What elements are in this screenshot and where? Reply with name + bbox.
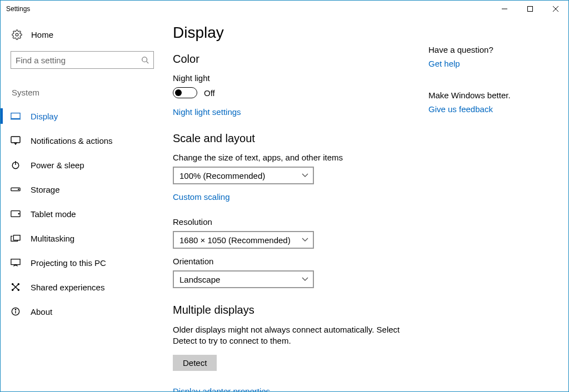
- about-icon: [11, 306, 21, 316]
- sidebar-item-tablet[interactable]: Tablet mode: [1, 202, 173, 226]
- svg-rect-9: [11, 137, 20, 143]
- projecting-icon: [11, 258, 21, 268]
- sidebar-item-about[interactable]: About: [1, 299, 173, 324]
- question-heading: Have a question?: [428, 45, 553, 54]
- orientation-value: Landscape: [179, 275, 220, 284]
- multi-desc: Older displays might not always connect …: [173, 324, 417, 347]
- sidebar-item-display[interactable]: Display: [1, 104, 173, 128]
- content: Home System Display: [1, 17, 568, 391]
- svg-point-26: [15, 309, 16, 310]
- improve-heading: Make Windows better.: [428, 91, 553, 100]
- night-light-toggle[interactable]: [173, 87, 197, 98]
- sidebar-item-label: Display: [31, 112, 58, 121]
- power-icon: [11, 160, 21, 170]
- aside-panel: Have a question? Get help Make Windows b…: [428, 24, 553, 380]
- storage-icon: [11, 184, 21, 194]
- night-light-settings-link[interactable]: Night light settings: [173, 107, 241, 117]
- svg-rect-17: [11, 259, 20, 265]
- home-row[interactable]: Home: [12, 29, 163, 40]
- gear-icon: [12, 29, 22, 40]
- chevron-down-icon: [302, 172, 308, 179]
- svg-point-4: [16, 33, 18, 36]
- sidebar-item-power[interactable]: Power & sleep: [1, 153, 173, 177]
- display-icon: [11, 111, 21, 121]
- adapter-properties-link[interactable]: Display adapter properties: [173, 386, 270, 392]
- svg-rect-7: [11, 113, 20, 119]
- svg-line-6: [147, 62, 149, 64]
- chevron-down-icon: [302, 237, 308, 243]
- resolution-value: 1680 × 1050 (Recommended): [179, 235, 291, 245]
- section-color: Color: [173, 53, 417, 66]
- window-title: Settings: [6, 5, 30, 13]
- night-light-toggle-row: Off: [173, 87, 417, 98]
- help-block: Have a question? Get help: [428, 45, 553, 68]
- sidebar-item-projecting[interactable]: Projecting to this PC: [1, 250, 173, 275]
- main-panel: Display Color Night light Off Night ligh…: [173, 17, 568, 391]
- shared-icon: [11, 282, 21, 292]
- sidebar-item-multitasking[interactable]: Multitasking: [1, 226, 173, 250]
- svg-point-5: [142, 57, 147, 62]
- window-controls: [492, 1, 568, 17]
- custom-scaling-link[interactable]: Custom scaling: [173, 192, 230, 202]
- sidebar-item-notifications[interactable]: Notifications & actions: [1, 128, 173, 153]
- minimize-icon: [502, 6, 507, 12]
- section-scale: Scale and layout: [173, 132, 417, 145]
- minimize-button[interactable]: [492, 1, 517, 17]
- scale-size-value: 100% (Recommended): [179, 171, 265, 180]
- sidebar-item-label: Multitasking: [31, 234, 74, 243]
- sidebar-item-label: Power & sleep: [31, 160, 84, 170]
- sidebar-item-shared[interactable]: Shared experiences: [1, 275, 173, 299]
- sidebar-item-label: Shared experiences: [31, 283, 104, 292]
- toggle-knob: [175, 89, 182, 96]
- orientation-label: Orientation: [173, 257, 417, 266]
- category-label: System: [12, 88, 163, 97]
- close-button[interactable]: [543, 1, 568, 17]
- maximize-button[interactable]: [517, 1, 543, 17]
- chevron-down-icon: [302, 276, 308, 283]
- search-input[interactable]: [11, 52, 153, 68]
- home-label: Home: [31, 30, 53, 39]
- svg-point-23: [18, 289, 19, 290]
- svg-point-15: [18, 213, 19, 214]
- page-title: Display: [173, 24, 417, 42]
- section-multi: Multiple displays: [173, 304, 417, 316]
- sidebar-item-label: About: [31, 307, 52, 316]
- notifications-icon: [11, 135, 21, 145]
- svg-point-22: [12, 289, 13, 290]
- resolution-dropdown[interactable]: 1680 × 1050 (Recommended): [173, 231, 314, 249]
- svg-rect-16: [13, 235, 20, 240]
- scale-size-label: Change the size of text, apps, and other…: [173, 153, 417, 162]
- sidebar-item-storage[interactable]: Storage: [1, 177, 173, 202]
- search-icon: [141, 56, 149, 64]
- svg-point-21: [18, 284, 19, 285]
- get-help-link[interactable]: Get help: [428, 59, 460, 68]
- scale-size-dropdown[interactable]: 100% (Recommended): [173, 167, 314, 184]
- svg-point-20: [12, 284, 13, 285]
- maximize-icon: [527, 6, 533, 12]
- nav-list: Display Notifications & actions Power & …: [1, 104, 173, 324]
- night-light-label: Night light: [173, 73, 417, 83]
- close-icon: [553, 6, 558, 12]
- titlebar: Settings: [1, 1, 568, 17]
- feedback-block: Make Windows better. Give us feedback: [428, 91, 553, 114]
- sidebar-item-label: Storage: [31, 185, 60, 194]
- sidebar-item-label: Projecting to this PC: [31, 258, 106, 268]
- svg-rect-1: [528, 7, 533, 12]
- orientation-dropdown[interactable]: Landscape: [173, 270, 314, 288]
- resolution-label: Resolution: [173, 217, 417, 227]
- settings-window: Settings Home: [0, 0, 569, 392]
- svg-point-13: [18, 189, 19, 189]
- nav-panel: Home System Display: [1, 17, 173, 391]
- feedback-link[interactable]: Give us feedback: [428, 104, 493, 114]
- sidebar-item-label: Tablet mode: [31, 209, 76, 219]
- multitasking-icon: [11, 233, 21, 243]
- sidebar-item-label: Notifications & actions: [31, 136, 113, 145]
- night-light-state: Off: [204, 88, 215, 98]
- settings-column: Display Color Night light Off Night ligh…: [173, 24, 428, 380]
- tablet-icon: [11, 209, 21, 219]
- detect-button[interactable]: Detect: [173, 355, 217, 371]
- search-box[interactable]: [11, 51, 154, 69]
